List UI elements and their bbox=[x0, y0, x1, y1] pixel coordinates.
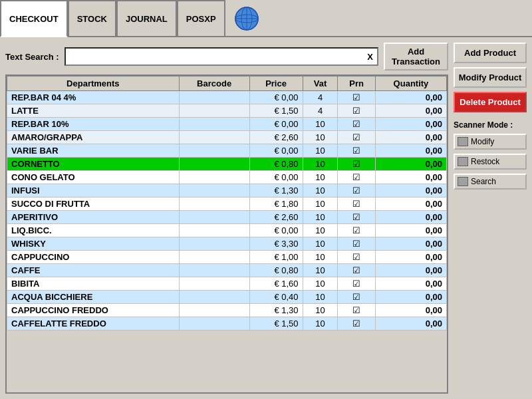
table-row[interactable]: CORNETTO € 0,80 10 ☑ 0,00 bbox=[7, 158, 447, 171]
scanner-restock-button[interactable]: Restock bbox=[454, 154, 527, 170]
cell-qty: 0,00 bbox=[375, 91, 446, 104]
delete-product-button[interactable]: Delete Product bbox=[454, 92, 527, 112]
tab-checkout[interactable]: CHECKOUT bbox=[0, 0, 68, 37]
search-row: Text Search : X Add Transaction bbox=[5, 43, 448, 70]
scanner-restock-label: Restock bbox=[471, 157, 499, 166]
cell-price: € 1,30 bbox=[249, 184, 303, 198]
cell-prn: ☑ bbox=[338, 304, 375, 317]
cell-dept: APERITIVO bbox=[7, 211, 180, 224]
scanner-icon-search bbox=[458, 177, 468, 186]
search-input[interactable] bbox=[68, 52, 366, 62]
table-row[interactable]: LIQ.BICC. € 0,00 10 ☑ 0,00 bbox=[7, 224, 447, 237]
cell-qty: 0,00 bbox=[375, 198, 446, 211]
cell-vat: 4 bbox=[303, 91, 338, 104]
table-row[interactable]: WHISKY € 3,30 10 ☑ 0,00 bbox=[7, 237, 447, 251]
cell-price: € 0,80 bbox=[249, 264, 303, 277]
cell-dept: CAPPUCCINO FREDDO bbox=[7, 304, 180, 317]
cell-vat: 10 bbox=[303, 118, 338, 131]
cell-price: € 1,50 bbox=[249, 317, 303, 331]
table-row[interactable]: APERITIVO € 2,60 10 ☑ 0,00 bbox=[7, 211, 447, 224]
search-input-wrap: X bbox=[65, 47, 378, 66]
cell-price: € 0,00 bbox=[249, 118, 303, 131]
cell-prn: ☑ bbox=[338, 291, 375, 304]
scanner-search-label: Search bbox=[471, 177, 496, 186]
modify-product-button[interactable]: Modify Product bbox=[454, 67, 527, 88]
cell-barcode bbox=[179, 264, 249, 277]
cell-vat: 10 bbox=[303, 211, 338, 224]
scanner-icon-modify bbox=[458, 137, 468, 146]
cell-barcode bbox=[179, 277, 249, 291]
cell-qty: 0,00 bbox=[375, 251, 446, 264]
cell-vat: 10 bbox=[303, 171, 338, 184]
table-row[interactable]: CAFFELATTE FREDDO € 1,50 10 ☑ 0,00 bbox=[7, 317, 447, 331]
cell-vat: 10 bbox=[303, 198, 338, 211]
table-row[interactable]: CAPPUCCINO € 1,00 10 ☑ 0,00 bbox=[7, 251, 447, 264]
cell-qty: 0,00 bbox=[375, 304, 446, 317]
cell-dept: REP.BAR 04 4% bbox=[7, 91, 180, 104]
tab-journal[interactable]: JOURNAL bbox=[116, 0, 177, 36]
col-price: Price bbox=[249, 76, 303, 91]
cell-dept: VARIE BAR bbox=[7, 144, 180, 158]
cell-qty: 0,00 bbox=[375, 131, 446, 144]
scanner-mode-label: Scanner Mode : bbox=[454, 120, 527, 130]
cell-barcode bbox=[179, 251, 249, 264]
cell-vat: 10 bbox=[303, 264, 338, 277]
cell-dept: INFUSI bbox=[7, 184, 180, 198]
cell-dept: CONO GELATO bbox=[7, 171, 180, 184]
table-row[interactable]: INFUSI € 1,30 10 ☑ 0,00 bbox=[7, 184, 447, 198]
cell-qty: 0,00 bbox=[375, 317, 446, 331]
cell-qty: 0,00 bbox=[375, 224, 446, 237]
col-barcode: Barcode bbox=[179, 76, 249, 91]
cell-price: € 0,40 bbox=[249, 291, 303, 304]
product-table: Departments Barcode Price Vat Prn Quanti… bbox=[7, 76, 447, 331]
table-row[interactable]: CAPPUCCINO FREDDO € 1,30 10 ☑ 0,00 bbox=[7, 304, 447, 317]
table-row[interactable]: BIBITA € 1,60 10 ☑ 0,00 bbox=[7, 277, 447, 291]
cell-prn: ☑ bbox=[338, 317, 375, 331]
cell-qty: 0,00 bbox=[375, 211, 446, 224]
cell-prn: ☑ bbox=[338, 171, 375, 184]
cell-prn: ☑ bbox=[338, 237, 375, 251]
cell-prn: ☑ bbox=[338, 198, 375, 211]
cell-qty: 0,00 bbox=[375, 171, 446, 184]
cell-barcode bbox=[179, 198, 249, 211]
table-row[interactable]: ACQUA BICCHIERE € 0,40 10 ☑ 0,00 bbox=[7, 291, 447, 304]
top-nav: CHECKOUT STOCK JOURNAL POSXP bbox=[0, 0, 532, 37]
cell-vat: 10 bbox=[303, 291, 338, 304]
cell-prn: ☑ bbox=[338, 118, 375, 131]
table-row[interactable]: REP.BAR 10% € 0,00 10 ☑ 0,00 bbox=[7, 118, 447, 131]
cell-vat: 4 bbox=[303, 104, 338, 118]
cell-qty: 0,00 bbox=[375, 264, 446, 277]
scanner-search-button[interactable]: Search bbox=[454, 174, 527, 190]
table-row[interactable]: SUCCO DI FRUTTA € 1,80 10 ☑ 0,00 bbox=[7, 198, 447, 211]
cell-qty: 0,00 bbox=[375, 118, 446, 131]
add-transaction-button[interactable]: Add Transaction bbox=[384, 43, 448, 70]
scanner-modify-button[interactable]: Modify bbox=[454, 134, 527, 150]
table-row[interactable]: REP.BAR 04 4% € 0,00 4 ☑ 0,00 bbox=[7, 91, 447, 104]
cell-price: € 1,50 bbox=[249, 104, 303, 118]
cell-price: € 1,30 bbox=[249, 304, 303, 317]
cell-dept: CAPPUCCINO bbox=[7, 251, 180, 264]
cell-prn: ☑ bbox=[338, 224, 375, 237]
tab-posxp[interactable]: POSXP bbox=[177, 0, 225, 36]
clear-button[interactable]: X bbox=[366, 52, 374, 62]
cell-prn: ☑ bbox=[338, 91, 375, 104]
col-prn: Prn bbox=[338, 76, 375, 91]
cell-price: € 0,00 bbox=[249, 171, 303, 184]
table-row[interactable]: CONO GELATO € 0,00 10 ☑ 0,00 bbox=[7, 171, 447, 184]
table-body: REP.BAR 04 4% € 0,00 4 ☑ 0,00 LATTE € 1,… bbox=[7, 91, 447, 331]
cell-barcode bbox=[179, 291, 249, 304]
main-content: Text Search : X Add Transaction Departme… bbox=[0, 37, 532, 399]
cell-qty: 0,00 bbox=[375, 291, 446, 304]
tab-stock[interactable]: STOCK bbox=[68, 0, 116, 36]
cell-barcode bbox=[179, 158, 249, 171]
cell-dept: REP.BAR 10% bbox=[7, 118, 180, 131]
cell-price: € 3,30 bbox=[249, 237, 303, 251]
cell-price: € 0,00 bbox=[249, 144, 303, 158]
cell-price: € 1,00 bbox=[249, 251, 303, 264]
table-row[interactable]: LATTE € 1,50 4 ☑ 0,00 bbox=[7, 104, 447, 118]
table-row[interactable]: VARIE BAR € 0,00 10 ☑ 0,00 bbox=[7, 144, 447, 158]
cell-prn: ☑ bbox=[338, 158, 375, 171]
add-product-button[interactable]: Add Product bbox=[454, 43, 527, 63]
table-row[interactable]: CAFFE € 0,80 10 ☑ 0,00 bbox=[7, 264, 447, 277]
table-row[interactable]: AMARO/GRAPPA € 2,60 10 ☑ 0,00 bbox=[7, 131, 447, 144]
